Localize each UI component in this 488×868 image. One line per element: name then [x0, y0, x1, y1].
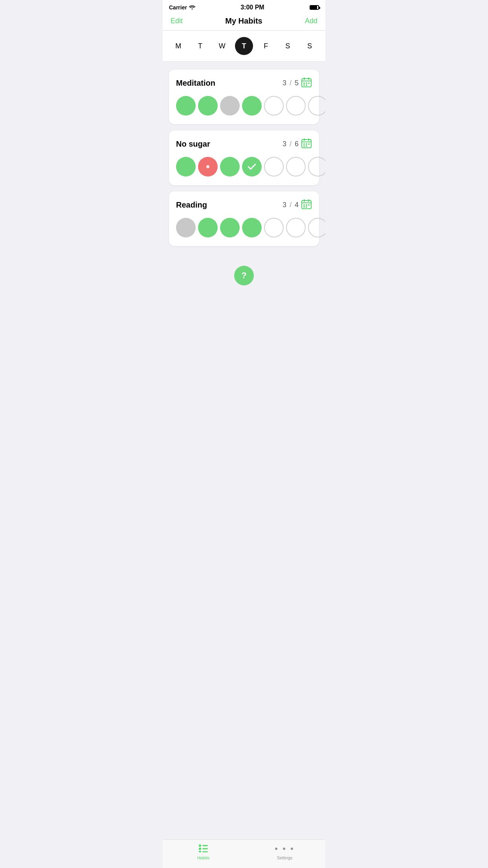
habit-total-2: 4	[295, 201, 299, 209]
svg-rect-2	[304, 77, 305, 80]
habit-days-2	[176, 218, 312, 237]
habit-stats-1: 3 / 6	[283, 138, 312, 151]
svg-rect-14	[306, 143, 307, 145]
habit-header-2: Reading3 / 4	[176, 199, 312, 211]
svg-rect-7	[303, 85, 305, 86]
svg-rect-12	[308, 138, 309, 141]
habit-dot-2-2[interactable]	[220, 218, 240, 237]
svg-rect-22	[303, 204, 305, 206]
habit-header-0: Meditation3 / 5	[176, 77, 312, 90]
svg-rect-4	[303, 83, 305, 84]
habit-dot-0-4[interactable]	[264, 96, 284, 116]
carrier-info: Carrier	[169, 4, 195, 11]
habit-stats-0: 3 / 5	[283, 77, 312, 90]
help-section: ?	[163, 254, 325, 293]
svg-rect-23	[306, 204, 307, 206]
help-button[interactable]: ?	[234, 266, 254, 285]
habit-dot-0-0[interactable]	[176, 96, 196, 116]
day-circle-0: M	[169, 37, 187, 55]
habit-dot-1-1[interactable]	[198, 157, 218, 177]
navigation-bar: Edit My Habits Add	[163, 13, 325, 31]
svg-rect-8	[306, 85, 307, 86]
habit-current-1: 3	[283, 140, 286, 148]
habit-dot-1-0[interactable]	[176, 157, 196, 177]
page-title: My Habits	[225, 17, 262, 26]
svg-rect-15	[308, 143, 310, 145]
calendar-icon-2[interactable]	[301, 199, 312, 211]
svg-rect-3	[308, 77, 309, 80]
day-item-2[interactable]: W	[213, 37, 231, 55]
day-circle-6: S	[301, 37, 319, 55]
svg-rect-21	[308, 199, 309, 202]
habit-dot-2-6[interactable]	[308, 218, 325, 237]
svg-rect-20	[304, 199, 305, 202]
habit-days-0	[176, 96, 312, 116]
day-circle-2: W	[213, 37, 231, 55]
svg-rect-13	[303, 143, 305, 145]
battery-indicator	[310, 5, 319, 10]
habit-dot-1-2[interactable]	[220, 157, 240, 177]
svg-rect-16	[303, 145, 305, 147]
habit-dot-1-5[interactable]	[286, 157, 306, 177]
habit-current-0: 3	[283, 79, 286, 87]
habit-dot-0-5[interactable]	[286, 96, 306, 116]
day-item-5[interactable]: S	[279, 37, 297, 55]
habit-dot-2-3[interactable]	[242, 218, 262, 237]
time-display: 3:00 PM	[240, 4, 264, 11]
svg-rect-6	[308, 83, 310, 84]
habit-name-1: No sugar	[176, 140, 210, 149]
habit-card-1: No sugar3 / 6	[169, 131, 319, 185]
habit-header-1: No sugar3 / 6	[176, 138, 312, 151]
carrier-label: Carrier	[169, 4, 187, 11]
svg-rect-26	[306, 206, 307, 208]
habit-total-1: 6	[295, 140, 299, 148]
svg-rect-11	[304, 138, 305, 141]
day-item-1[interactable]: T	[191, 37, 209, 55]
day-selector: MTWTFSS	[163, 31, 325, 62]
svg-rect-17	[306, 145, 307, 147]
edit-button[interactable]: Edit	[171, 17, 183, 25]
habit-dot-1-6[interactable]	[308, 157, 325, 177]
habit-dot-2-0[interactable]	[176, 218, 196, 237]
calendar-icon-1[interactable]	[301, 138, 312, 151]
calendar-icon-0[interactable]	[301, 77, 312, 90]
habit-dot-1-3[interactable]	[242, 157, 262, 177]
day-item-4[interactable]: F	[257, 37, 275, 55]
habit-card-0: Meditation3 / 5	[169, 70, 319, 124]
wifi-icon	[189, 4, 195, 11]
svg-rect-25	[303, 206, 305, 208]
habit-name-0: Meditation	[176, 79, 215, 88]
day-circle-5: S	[279, 37, 297, 55]
habit-dot-2-4[interactable]	[264, 218, 284, 237]
day-item-3[interactable]: T	[235, 37, 253, 55]
habit-dot-0-2[interactable]	[220, 96, 240, 116]
status-bar: Carrier 3:00 PM	[163, 0, 325, 13]
habit-dot-1-4[interactable]	[264, 157, 284, 177]
day-circle-1: T	[191, 37, 209, 55]
habit-days-1	[176, 157, 312, 177]
main-content: Meditation3 / 5 No sugar3 / 6 Reading3 /…	[163, 62, 325, 254]
habit-total-0: 5	[295, 79, 299, 87]
habit-dot-2-1[interactable]	[198, 218, 218, 237]
habit-dot-0-3[interactable]	[242, 96, 262, 116]
day-item-6[interactable]: S	[301, 37, 319, 55]
day-circle-3: T	[235, 37, 253, 55]
habit-stats-2: 3 / 4	[283, 199, 312, 211]
svg-rect-5	[306, 83, 307, 84]
habit-dot-0-1[interactable]	[198, 96, 218, 116]
day-item-0[interactable]: M	[169, 37, 187, 55]
add-button[interactable]: Add	[305, 17, 317, 25]
habit-current-2: 3	[283, 201, 286, 209]
habit-card-2: Reading3 / 4	[169, 191, 319, 246]
habit-dot-2-5[interactable]	[286, 218, 306, 237]
habit-dot-0-6[interactable]	[308, 96, 325, 116]
day-circle-4: F	[257, 37, 275, 55]
svg-rect-24	[308, 204, 310, 206]
habit-name-2: Reading	[176, 200, 207, 210]
